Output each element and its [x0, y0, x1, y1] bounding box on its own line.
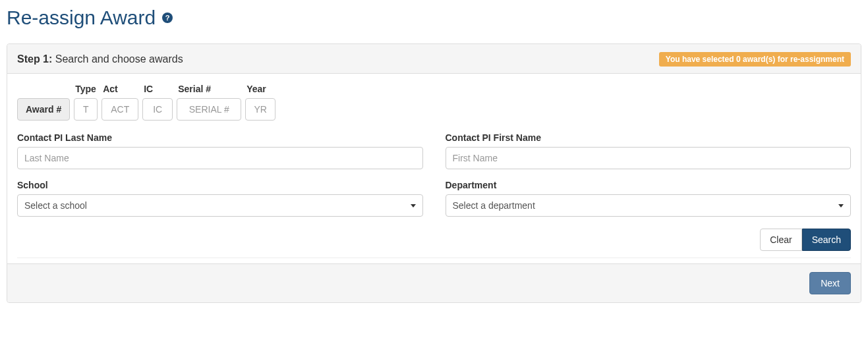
- department-cell: Department Select a department: [446, 180, 852, 217]
- award-type-label: Type: [74, 84, 98, 94]
- award-serial-label: Serial #: [177, 84, 241, 94]
- award-year-input[interactable]: [245, 98, 275, 121]
- award-serial-input[interactable]: [177, 98, 241, 121]
- next-button[interactable]: Next: [809, 272, 851, 294]
- panel-footer: Next: [7, 263, 861, 302]
- caret-down-icon: [838, 204, 844, 207]
- pi-first-label: Contact PI First Name: [446, 132, 852, 143]
- award-type-field: Type: [74, 84, 98, 121]
- search-button-row: Clear Search: [17, 229, 851, 251]
- award-ic-label: IC: [142, 84, 173, 94]
- panel-body: Award # Type Act IC Serial # Year: [7, 74, 861, 263]
- panel-header: Step 1: Search and choose awards You hav…: [7, 44, 861, 74]
- pi-last-input[interactable]: [17, 147, 423, 169]
- form-grid: Contact PI Last Name Contact PI First Na…: [17, 132, 851, 217]
- award-serial-field: Serial #: [177, 84, 241, 121]
- award-year-field: Year: [245, 84, 275, 121]
- award-number-label: Award #: [17, 98, 70, 121]
- badge-prefix: You have selected: [666, 55, 736, 64]
- award-ic-field: IC: [142, 84, 173, 121]
- step-title: Step 1: Search and choose awards: [17, 53, 183, 65]
- school-selected-text: Select a school: [24, 200, 87, 211]
- award-number-group: Award # Type Act IC Serial # Year: [17, 84, 851, 121]
- school-cell: School Select a school: [17, 180, 423, 217]
- badge-suffix: award(s) for re-assignment: [741, 55, 844, 64]
- divider: [17, 258, 851, 258]
- department-select[interactable]: Select a department: [446, 194, 852, 217]
- help-icon[interactable]: ?: [162, 13, 173, 23]
- step1-panel: Step 1: Search and choose awards You hav…: [7, 43, 861, 303]
- department-label: Department: [446, 180, 852, 190]
- step-label-bold: Step 1:: [17, 53, 52, 65]
- pi-last-cell: Contact PI Last Name: [17, 132, 423, 169]
- selection-badge: You have selected 0 award(s) for re-assi…: [659, 52, 851, 67]
- award-type-input[interactable]: [74, 98, 98, 121]
- page-title: Re-assign Award ?: [7, 7, 861, 29]
- step-label-rest: Search and choose awards: [52, 53, 183, 65]
- award-act-input[interactable]: [101, 98, 138, 121]
- page-title-text: Re-assign Award: [7, 7, 156, 29]
- department-selected-text: Select a department: [453, 200, 535, 211]
- award-act-field: Act: [101, 84, 138, 121]
- school-select[interactable]: Select a school: [17, 194, 423, 217]
- school-label: School: [17, 180, 423, 190]
- clear-button[interactable]: Clear: [760, 229, 801, 251]
- award-year-label: Year: [245, 84, 275, 94]
- pi-first-cell: Contact PI First Name: [446, 132, 852, 169]
- pi-first-input[interactable]: [446, 147, 852, 169]
- pi-last-label: Contact PI Last Name: [17, 132, 423, 143]
- search-button[interactable]: Search: [802, 229, 851, 251]
- award-act-label: Act: [101, 84, 138, 94]
- badge-count: 0: [736, 55, 741, 64]
- caret-down-icon: [411, 204, 416, 207]
- award-ic-input[interactable]: [142, 98, 173, 121]
